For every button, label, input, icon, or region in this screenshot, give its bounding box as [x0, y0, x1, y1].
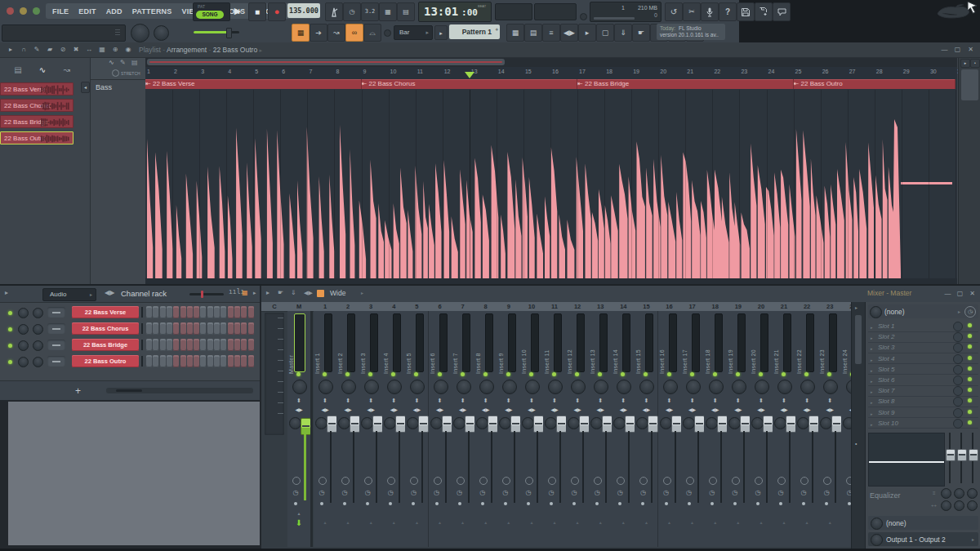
mixer-insert-number[interactable]: 5 [405, 303, 428, 310]
dock-insert-source-row[interactable]: (none) [868, 516, 978, 530]
touch-icon[interactable]: ☛ [632, 24, 650, 42]
stereo-knob[interactable] [502, 380, 517, 394]
main-volume-knob[interactable] [131, 24, 149, 42]
channel-mute-display[interactable] [47, 323, 65, 334]
channel-pan-knob[interactable] [18, 357, 29, 367]
updown-arrows-icon[interactable]: ⬍ [573, 397, 581, 404]
clock-icon[interactable]: ◷ [501, 489, 510, 497]
slot-arrow-icon[interactable]: ▸ [871, 420, 873, 429]
record-arm-icon[interactable] [823, 477, 831, 485]
strip-led[interactable] [483, 372, 488, 376]
channel-volume-knob[interactable] [33, 308, 43, 318]
bass-track-lane[interactable] [145, 90, 957, 278]
mixer-strip[interactable]: Insert 1⬍◀▶◷▴ [314, 311, 337, 547]
mixer-dock-icon[interactable]: ⇓ [291, 290, 296, 296]
step-cell[interactable] [214, 339, 220, 351]
mute-tool-icon[interactable]: ✖ [70, 43, 82, 56]
volume-fader[interactable] [808, 415, 819, 433]
effect-slot[interactable]: ▸ Slot 10 [868, 418, 978, 429]
separation-knob[interactable] [706, 417, 718, 429]
step-cell[interactable] [228, 322, 234, 335]
channel-button[interactable]: 22 Bass Outro [72, 355, 139, 367]
step-cell[interactable] [153, 306, 158, 318]
clock-icon[interactable]: ◷ [292, 489, 300, 497]
step-cell[interactable] [173, 355, 179, 367]
separation-knob[interactable] [728, 417, 741, 429]
pattern-spinner-icon[interactable]: + [495, 26, 498, 32]
slot-mix-knob[interactable] [953, 419, 963, 429]
channel-pan-knob[interactable] [18, 324, 29, 335]
step-cell[interactable] [228, 339, 234, 351]
strip-output-icon[interactable]: ▴ [688, 519, 697, 526]
rack-hscroll-thumb[interactable] [116, 389, 142, 392]
step-edit-icon[interactable]: ▤ [397, 2, 415, 21]
clock-icon[interactable]: ◷ [433, 489, 441, 497]
mixer-strip[interactable]: Insert 9⬍◀▶◷▴ [497, 311, 521, 547]
eq-fader-handle[interactable] [946, 449, 956, 461]
mixer-insert-number[interactable]: 16 [658, 303, 681, 310]
step-cell[interactable] [167, 339, 172, 351]
stereo-knob[interactable] [387, 380, 402, 394]
track-name[interactable]: Bass [96, 83, 112, 91]
strip-output-icon[interactable]: ▴ [367, 519, 375, 526]
mixer-strip[interactable]: Insert 2⬍◀▶◷▴ [336, 311, 360, 547]
tempo-display[interactable]: 135.000 [287, 3, 320, 18]
volume-fader[interactable] [831, 415, 842, 433]
strip-output-icon[interactable]: ▴ [780, 519, 788, 526]
step-cell[interactable] [220, 322, 226, 335]
playlist-menu-icon[interactable]: ▸ [5, 43, 16, 56]
mixer-insert-number[interactable]: 18 [704, 303, 727, 310]
slot-arrow-icon[interactable]: ▸ [871, 387, 873, 397]
playlist-close-icon[interactable]: ✕ [966, 45, 975, 54]
mixer-strip[interactable]: Insert 8⬍◀▶◷▴ [474, 311, 498, 547]
channel-volume-knob[interactable] [33, 340, 43, 351]
slot-mix-knob[interactable] [953, 386, 963, 396]
mixer-strip[interactable]: Insert 6⬍◀▶◷▴ [429, 311, 452, 547]
step-cell[interactable] [160, 339, 166, 351]
strip-output-icon[interactable]: ▴ [596, 519, 604, 526]
record-arm-icon[interactable] [410, 477, 418, 485]
step-cell[interactable] [220, 339, 226, 351]
volume-fader[interactable] [533, 415, 544, 433]
step-cell[interactable] [173, 339, 179, 351]
mixer-layout-icon[interactable] [317, 290, 324, 297]
strip-led[interactable] [529, 372, 533, 376]
separation-knob[interactable] [289, 417, 301, 429]
playback-tool-icon[interactable]: ◉ [122, 43, 134, 56]
eq-display[interactable] [868, 433, 945, 487]
mixer-menu-icon[interactable]: ▸ [266, 290, 270, 296]
mixer-maximize-icon[interactable]: ▢ [956, 289, 964, 298]
eq-knob[interactable] [954, 500, 964, 511]
stereo-knob[interactable] [594, 380, 608, 394]
countdown-icon[interactable]: 3.2 [361, 2, 379, 21]
step-cell[interactable] [214, 306, 220, 318]
mixer-minimize-icon[interactable]: — [943, 289, 952, 298]
channel-mute-display[interactable] [47, 356, 65, 367]
swap-arrows-icon[interactable]: ◀▶ [318, 407, 332, 414]
separation-knob[interactable] [613, 417, 626, 429]
step-cell[interactable] [180, 355, 186, 367]
pattern-prev-icon[interactable]: ▸ [434, 25, 448, 40]
record-arm-icon[interactable] [639, 477, 648, 485]
rack-expand-icon[interactable]: ▸ [253, 290, 256, 295]
slot-enable-led[interactable] [968, 398, 972, 402]
updown-arrows-icon[interactable]: ⬍ [550, 397, 559, 404]
step-cell[interactable] [200, 355, 206, 367]
swap-arrows-icon[interactable]: ◀▶ [524, 407, 539, 414]
step-cell[interactable] [194, 339, 199, 351]
timeline-ruler[interactable]: 1234567891011121314151617181920212223242… [145, 67, 957, 80]
undo-icon[interactable]: ↺ [665, 2, 683, 21]
brush-tool-icon[interactable]: ▰ [44, 43, 56, 56]
strip-output-icon[interactable]: ▴ [390, 519, 398, 526]
mixer-strip[interactable]: Insert 21⬍◀▶◷▴ [773, 311, 796, 547]
slot-enable-led[interactable] [968, 410, 972, 414]
strip-output-icon[interactable]: ▴ [734, 519, 742, 526]
mixer-strip[interactable]: Insert 4⬍◀▶◷▴ [382, 311, 406, 547]
mixer-scroll-thumb[interactable] [855, 315, 862, 364]
slot-arrow-icon[interactable]: ▸ [871, 409, 873, 419]
updown-arrows-icon[interactable]: ⬍ [642, 397, 650, 404]
updown-arrows-icon[interactable]: ⬍ [344, 397, 352, 404]
wait-input-icon[interactable]: ◷ [343, 2, 361, 21]
strip-led[interactable] [644, 372, 648, 376]
volume-fader[interactable] [648, 415, 658, 433]
